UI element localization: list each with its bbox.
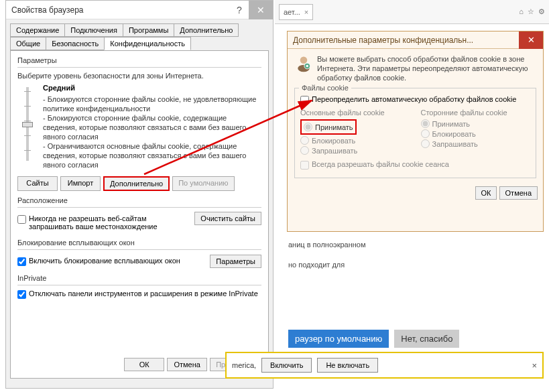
- advanced-button[interactable]: Дополнительно: [103, 176, 170, 191]
- tab-general[interactable]: Общие: [10, 37, 46, 50]
- tab-content[interactable]: Содержание: [10, 23, 65, 37]
- advanced-privacy-dialog: Дополнительные параметры конфиденциальн.…: [287, 31, 544, 232]
- ok-button[interactable]: ОК: [124, 358, 164, 371]
- location-checkbox-label: Никогда не разрешать веб-сайтам запрашив…: [29, 214, 190, 231]
- close-icon[interactable]: ✕: [519, 31, 543, 49]
- sites-button[interactable]: Сайты: [17, 176, 58, 191]
- enable-button[interactable]: Включить: [261, 358, 312, 373]
- third-party-block[interactable]: Блокировать: [421, 129, 531, 138]
- notification-close-icon[interactable]: ×: [532, 361, 537, 371]
- cookies-legend: Файлы cookie: [299, 84, 351, 92]
- first-party-block[interactable]: Блокировать: [300, 136, 410, 145]
- dialog-title: Дополнительные параметры конфиденциальн.…: [293, 36, 519, 45]
- popup-label: Блокирование всплывающих окон: [17, 239, 261, 247]
- tabs: Содержание Подключения Программы Дополни…: [10, 23, 269, 50]
- privacy-slider[interactable]: [17, 84, 38, 164]
- policy-line: - Блокируются сторонние файлы cookie, со…: [43, 113, 261, 141]
- cookies-fieldset: Файлы cookie Переопределить автоматическ…: [294, 88, 536, 178]
- import-button[interactable]: Импорт: [60, 176, 101, 191]
- tab-close-icon[interactable]: ×: [304, 8, 308, 16]
- third-party-prompt[interactable]: Запрашивать: [421, 139, 531, 148]
- params-label: Параметры: [17, 56, 261, 64]
- third-party-head: Сторонние файлы cookie: [421, 109, 531, 117]
- background-text: аниц в полноэкранном но подходит для: [288, 235, 366, 275]
- clear-sites-button[interactable]: Очистить сайты: [194, 212, 261, 225]
- info-text: Вы можете выбрать способ обработки файло…: [317, 54, 536, 82]
- no-thanks-button[interactable]: Нет, спасибо: [394, 330, 459, 348]
- policy-line: - Ограничиваются основные файлы cookie, …: [43, 141, 261, 170]
- override-checkbox-label: Переопределить автоматическую обработку …: [312, 95, 516, 103]
- svg-point-0: [300, 57, 308, 64]
- titlebar: Дополнительные параметры конфиденциальн.…: [288, 31, 543, 49]
- policy-line: - Блокируются сторонние файлы cookie, не…: [43, 94, 261, 113]
- close-icon[interactable]: ✕: [249, 1, 273, 19]
- tab-connections[interactable]: Подключения: [64, 23, 123, 37]
- toolbar-icons: ⌂ ☆ ⚙: [519, 7, 549, 16]
- dialog-title: Свойства браузера: [11, 5, 230, 15]
- tab-label: ает...: [284, 8, 300, 16]
- info-icon: [294, 54, 313, 73]
- first-party-accept[interactable]: Принимать: [304, 123, 353, 131]
- inprivate-label: InPrivate: [17, 274, 261, 282]
- home-icon[interactable]: ⌂: [519, 7, 524, 16]
- notification-text: merica,: [232, 361, 256, 369]
- slider-thumb[interactable]: [22, 122, 33, 127]
- policy-description: Средний - Блокируются сторонние файлы co…: [43, 84, 261, 170]
- tab-programs[interactable]: Программы: [123, 23, 174, 37]
- first-party-prompt[interactable]: Запрашивать: [300, 146, 410, 155]
- popup-params-button[interactable]: Параметры: [210, 255, 261, 268]
- popup-checkbox-label: Включить блокирование всплывающих окон: [29, 257, 180, 265]
- notification-bar: merica, Включить Не включать ×: [225, 352, 544, 379]
- ok-button[interactable]: ОК: [475, 186, 497, 200]
- tab-privacy[interactable]: Конфиденциальность: [104, 37, 191, 50]
- location-checkbox[interactable]: [17, 215, 26, 224]
- default-button[interactable]: По умолчанию: [172, 176, 234, 191]
- popup-checkbox[interactable]: [17, 257, 26, 266]
- browser-tabstrip: ает... × ⌂ ☆ ⚙: [275, 0, 549, 24]
- third-party-accept[interactable]: Принимать: [421, 119, 531, 128]
- cancel-button[interactable]: Отмена: [499, 186, 538, 200]
- titlebar: Свойства браузера ? ✕: [6, 1, 273, 19]
- tab-panel: Параметры Выберите уровень безопасности …: [10, 50, 269, 379]
- instruction-text: Выберите уровень безопасности для зоны И…: [17, 72, 261, 80]
- location-label: Расположение: [17, 196, 261, 204]
- session-cookie-label: Всегда разрешать файлы cookie сеанса: [312, 160, 449, 168]
- default-browser-prompt: раузер по умолчанию Нет, спасибо: [288, 330, 459, 348]
- session-cookie-checkbox[interactable]: [300, 161, 309, 170]
- first-party-head: Основные файлы cookie: [300, 109, 410, 117]
- cancel-button[interactable]: Отмена: [167, 358, 207, 371]
- inprivate-checkbox[interactable]: [17, 290, 26, 299]
- disable-button[interactable]: Не включать: [317, 358, 378, 373]
- set-default-button[interactable]: раузер по умолчанию: [288, 330, 389, 348]
- gear-icon[interactable]: ⚙: [538, 7, 545, 16]
- svg-point-3: [306, 65, 309, 68]
- tab-security[interactable]: Безопасность: [46, 37, 105, 50]
- privacy-level: Средний: [43, 84, 261, 92]
- internet-properties-dialog: Свойства браузера ? ✕ Содержание Подключ…: [5, 0, 273, 389]
- tab-advanced[interactable]: Дополнительно: [174, 23, 239, 37]
- help-icon[interactable]: ?: [230, 5, 249, 15]
- star-icon[interactable]: ☆: [528, 7, 534, 16]
- inprivate-checkbox-label: Отключать панели инструментов и расширен…: [29, 289, 258, 298]
- browser-tab[interactable]: ает... ×: [279, 4, 313, 20]
- override-checkbox[interactable]: [300, 96, 309, 105]
